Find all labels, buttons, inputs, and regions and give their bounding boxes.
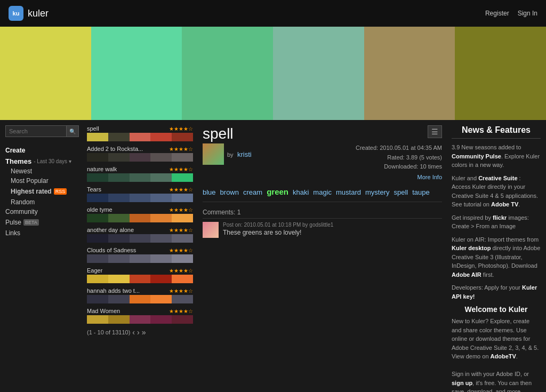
detail-title: spell	[203, 125, 234, 142]
theme-stars: ★★★★☆	[169, 166, 193, 172]
sidebar-indent-themes: Newest Most Popular Highest rated RSS Ra…	[5, 166, 78, 207]
detail-icons: ☰	[428, 125, 442, 138]
theme-stars: ★★★★☆	[169, 288, 193, 294]
theme-colors	[87, 254, 193, 263]
tag-link[interactable]: blue	[203, 188, 216, 196]
theme-stars: ★★★★☆	[169, 227, 193, 233]
theme-color-swatch	[172, 234, 193, 243]
sidebar-item-newest[interactable]: Newest	[11, 166, 78, 176]
theme-list-item[interactable]: spell ★★★★☆	[87, 125, 193, 141]
news-item: Kuler and Creative Suite : Access Kuler …	[452, 174, 541, 209]
theme-name: nature walk	[87, 166, 117, 172]
welcome-title: Welcome to Kuler	[452, 305, 541, 314]
theme-color-swatch	[150, 214, 172, 222]
tag-link[interactable]: mystery	[365, 188, 390, 196]
theme-options-button[interactable]: ☰	[428, 125, 442, 138]
sidebar-item-links[interactable]: Links	[5, 228, 78, 238]
header-nav: Register Sign In	[485, 10, 537, 17]
theme-name: spell	[87, 125, 99, 132]
rated-label: Rated: 3.89 (5 votes)	[356, 153, 442, 163]
theme-list-item[interactable]: olde tyme ★★★★☆	[87, 206, 193, 222]
theme-color-swatch	[150, 295, 172, 303]
color-swatch	[364, 27, 455, 120]
theme-name: Tears	[87, 186, 101, 193]
theme-list-item[interactable]: hannah adds two t... ★★★★☆	[87, 287, 193, 303]
detail-panel: spell ☰ by kristi Created: 2010.05.01 at…	[197, 125, 447, 392]
theme-list-item[interactable]: nature walk ★★★★☆	[87, 166, 193, 182]
tag-link[interactable]: cream	[243, 188, 262, 196]
tag-link[interactable]: green	[267, 187, 288, 196]
search-button[interactable]: 🔍	[67, 125, 79, 137]
theme-color-swatch	[108, 173, 130, 182]
sidebar-section-themes: Themes - Last 30 days ▾	[5, 155, 78, 166]
theme-color-swatch	[150, 194, 172, 202]
theme-color-swatch	[108, 254, 130, 263]
theme-name: Eager	[87, 267, 102, 274]
theme-color-swatch	[87, 173, 108, 182]
news-item: Developers: Apply for your Kuler API key…	[452, 283, 541, 301]
theme-color-swatch	[150, 254, 172, 263]
theme-color-swatch	[130, 234, 151, 243]
sidebar-item-most-popular[interactable]: Most Popular	[11, 176, 78, 186]
tag-link[interactable]: mustard	[336, 188, 361, 196]
tag-link[interactable]: taupe	[412, 188, 430, 196]
theme-color-swatch	[172, 254, 193, 263]
theme-list-item[interactable]: Tears ★★★★☆	[87, 186, 193, 202]
search-input[interactable]	[5, 125, 67, 137]
news-content: 3.9 New seasons added to Community Pulse…	[452, 143, 541, 301]
theme-list-item[interactable]: Eager ★★★★☆	[87, 267, 193, 283]
theme-colors	[87, 234, 193, 243]
by-label: by	[227, 151, 234, 158]
rss-badge: RSS	[54, 188, 67, 195]
theme-colors	[87, 133, 193, 141]
theme-list-item[interactable]: Added 2 to Rocksta... ★★★★☆	[87, 146, 193, 162]
sidebar-item-community[interactable]: Community	[5, 207, 78, 217]
theme-stars: ★★★★☆	[169, 207, 193, 213]
theme-list-item[interactable]: another day alone ★★★★☆	[87, 227, 193, 243]
logo-text: kuler	[28, 8, 49, 19]
sidebar-item-highest-rated[interactable]: Highest rated	[11, 187, 52, 196]
more-info-button[interactable]: More Info	[417, 173, 442, 182]
theme-stars: ★★★★☆	[169, 146, 193, 152]
tag-link[interactable]: magic	[313, 188, 332, 196]
comment-meta: Post on: 2010.05.01 at 10:18 PM by godsl…	[223, 222, 333, 228]
separator	[203, 202, 442, 202]
theme-color-swatch	[108, 315, 130, 324]
theme-colors	[87, 315, 193, 324]
last-page-button[interactable]: »	[142, 328, 146, 337]
theme-color-swatch	[172, 295, 193, 303]
welcome-content: New to Kuler? Explore, create and share …	[452, 317, 541, 392]
news-title: News & Features	[452, 125, 541, 139]
sidebar-item-pulse[interactable]: Pulse	[5, 218, 21, 227]
theme-color-swatch	[87, 153, 108, 162]
register-link[interactable]: Register	[485, 10, 509, 17]
theme-color-swatch	[108, 214, 130, 222]
theme-list-item[interactable]: Clouds of Sadness ★★★★☆	[87, 247, 193, 263]
theme-color-swatch	[87, 275, 108, 283]
theme-color-swatch	[87, 315, 108, 324]
theme-color-swatch	[108, 275, 130, 283]
created-label: Created: 2010.05.01 at 04:35 AM	[356, 143, 442, 153]
header: ku kuler Register Sign In	[0, 0, 546, 27]
pulse-beta-badge: BETA	[23, 219, 39, 226]
sidebar-item-create[interactable]: Create	[5, 146, 78, 155]
tag-link[interactable]: spell	[394, 188, 408, 196]
theme-stars: ★★★★☆	[169, 247, 193, 253]
prev-page-button[interactable]: ‹	[132, 328, 135, 337]
logo-icon: ku	[9, 6, 23, 21]
comment-avatar	[203, 222, 219, 238]
sidebar-item-random[interactable]: Random	[11, 197, 78, 207]
next-page-button[interactable]: ›	[137, 328, 140, 337]
tag-link[interactable]: khaki	[293, 188, 309, 196]
theme-colors	[87, 214, 193, 222]
theme-stars: ★★★★☆	[169, 187, 193, 193]
author-name[interactable]: kristi	[237, 150, 252, 158]
sign-in-link[interactable]: Sign In	[518, 10, 537, 17]
theme-colors	[87, 153, 193, 162]
color-swatch	[182, 27, 273, 120]
theme-color-swatch	[87, 234, 108, 243]
tag-link[interactable]: brown	[220, 188, 239, 196]
theme-list-item[interactable]: Mad Women ★★★★☆	[87, 308, 193, 324]
theme-color-swatch	[130, 295, 151, 303]
theme-color-swatch	[108, 234, 130, 243]
